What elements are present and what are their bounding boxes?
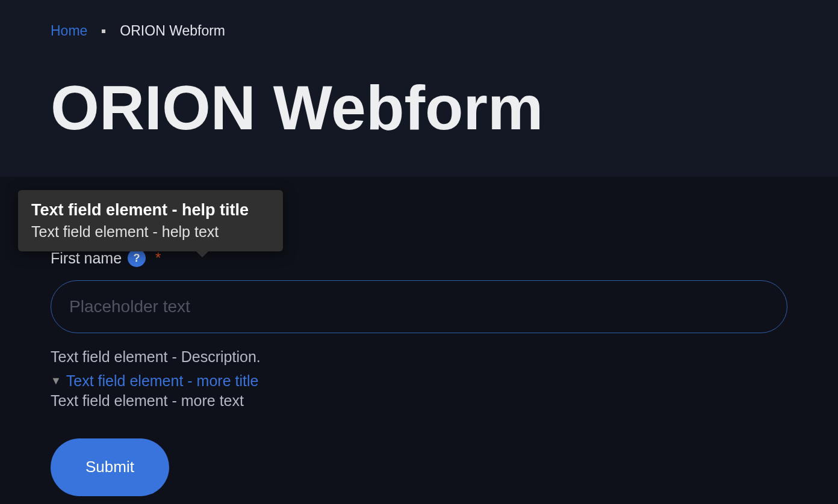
chevron-down-icon: ▼: [51, 375, 61, 387]
page-title: ORION Webform: [51, 75, 787, 141]
first-name-input[interactable]: [51, 280, 787, 333]
first-name-label: First name: [51, 250, 122, 267]
more-toggle-row[interactable]: ▼ Text field element - more title: [51, 372, 787, 390]
field-label-row: First name ? *: [51, 249, 787, 267]
required-indicator-icon: *: [155, 250, 161, 266]
help-tooltip-title: Text field element - help title: [31, 201, 270, 220]
breadcrumb: Home ORION Webform: [51, 23, 787, 39]
breadcrumb-separator-icon: [102, 29, 105, 33]
more-text: Text field element - more text: [51, 392, 787, 410]
breadcrumb-home-link[interactable]: Home: [51, 23, 87, 39]
help-tooltip-text: Text field element - help text: [31, 223, 270, 241]
breadcrumb-current: ORION Webform: [120, 23, 225, 39]
field-description: Text field element - Description.: [51, 345, 787, 369]
submit-button[interactable]: Submit: [51, 438, 169, 496]
first-name-field-wrap: Text field element - help title Text fie…: [51, 249, 787, 496]
more-title-link[interactable]: Text field element - more title: [66, 372, 259, 390]
help-icon[interactable]: ?: [128, 249, 146, 267]
form-section: Text field element - help title Text fie…: [0, 177, 838, 504]
help-tooltip: Text field element - help title Text fie…: [18, 190, 283, 251]
